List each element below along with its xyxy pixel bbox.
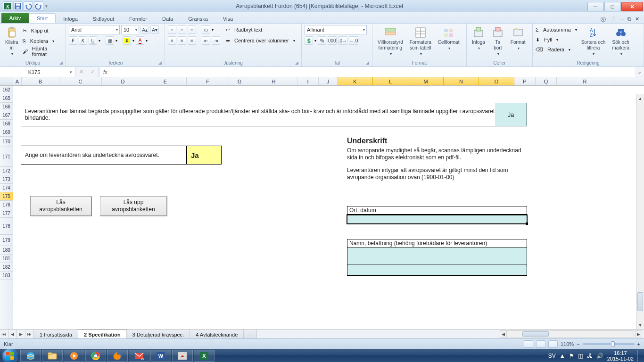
wrap-text-button[interactable]: ↩ Radbryt text bbox=[226, 25, 295, 34]
row-header-181[interactable]: 181 bbox=[0, 255, 13, 263]
tab-visa[interactable]: Visa bbox=[215, 14, 240, 23]
hscroll-left-icon[interactable]: ◀ bbox=[500, 330, 507, 337]
taskbar-firefox-icon[interactable] bbox=[107, 350, 128, 362]
font-name-select[interactable]: Arial▾ bbox=[69, 25, 120, 34]
col-header-M[interactable]: M bbox=[408, 77, 444, 85]
row-header-166[interactable]: 166 bbox=[0, 103, 13, 111]
minimize-button[interactable]: ─ bbox=[587, 2, 603, 11]
merge-center-button[interactable]: ⬌ Centrera över kolumner ▾ bbox=[226, 36, 295, 45]
col-header-D[interactable]: D bbox=[102, 77, 144, 85]
increase-decimal-icon[interactable]: .0→ bbox=[338, 36, 347, 45]
tab-formler[interactable]: Formler bbox=[122, 14, 155, 23]
font-size-select[interactable]: 10▾ bbox=[121, 25, 139, 34]
font-color-icon[interactable]: A bbox=[136, 36, 144, 45]
autosum-button[interactable]: Σ Autosumma ▾ bbox=[536, 25, 577, 34]
row-header-173[interactable]: 173 bbox=[0, 175, 13, 184]
row-header-171[interactable]: 171 bbox=[0, 147, 13, 167]
currency-icon[interactable]: 💲 bbox=[305, 36, 313, 45]
col-header-R[interactable]: R bbox=[557, 77, 613, 85]
tab-nav-prev-icon[interactable]: ◀ bbox=[8, 329, 17, 338]
formula-input[interactable]: fx bbox=[99, 67, 635, 77]
tab-start[interactable]: Start bbox=[29, 13, 56, 23]
redo-icon[interactable] bbox=[34, 1, 43, 11]
fill-handle[interactable] bbox=[526, 222, 528, 225]
vertical-scrollbar[interactable]: ▲ ▼ bbox=[636, 94, 644, 329]
conditional-formatting-button[interactable]: Villkorsstyrd formatering bbox=[375, 25, 405, 58]
decrease-decimal-icon[interactable]: ←.0 bbox=[349, 36, 358, 45]
row-header-179[interactable]: 179 bbox=[0, 235, 13, 246]
save-icon[interactable] bbox=[13, 1, 23, 11]
select-all-corner[interactable] bbox=[0, 77, 13, 85]
tray-show-hidden-icon[interactable]: ▲ bbox=[560, 353, 565, 359]
sign-question-ja-cell[interactable]: Ja bbox=[187, 146, 222, 165]
col-header-G[interactable]: G bbox=[229, 77, 250, 85]
row-header-162[interactable]: 162 bbox=[0, 86, 13, 94]
row-header-169[interactable]: 169 bbox=[0, 128, 13, 137]
copy-button[interactable]: ⎘ Kopiera ▾ bbox=[23, 36, 63, 46]
tab-sidlayout[interactable]: Sidlayout bbox=[85, 14, 122, 23]
enter-formula-icon[interactable]: ✓ bbox=[91, 69, 95, 75]
tab-nav-next-icon[interactable]: ▶ bbox=[17, 329, 25, 338]
col-header-H[interactable]: H bbox=[250, 77, 297, 85]
view-pagelayout-icon[interactable] bbox=[536, 340, 545, 348]
paste-button[interactable]: Klistra in bbox=[3, 25, 21, 58]
excel-app-icon[interactable]: X bbox=[3, 1, 12, 11]
taskbar-word-icon[interactable]: W bbox=[150, 350, 171, 362]
borders-icon[interactable]: ▦ bbox=[106, 36, 114, 45]
new-sheet-button[interactable] bbox=[244, 329, 257, 338]
taskbar-explorer-icon[interactable] bbox=[42, 350, 63, 362]
zoom-level[interactable]: 110% bbox=[561, 341, 574, 347]
view-pagebreak-icon[interactable] bbox=[548, 340, 558, 348]
qat-customize-icon[interactable]: ▾ bbox=[44, 4, 49, 8]
start-button[interactable] bbox=[0, 349, 20, 362]
col-header-P[interactable]: P bbox=[514, 77, 536, 85]
increase-indent-icon[interactable]: ⇥ bbox=[212, 36, 220, 45]
align-center-icon[interactable]: ≡ bbox=[178, 36, 186, 45]
tray-clock[interactable]: 16:172015-11-02 bbox=[607, 350, 634, 362]
tray-volume-icon[interactable]: 🔊 bbox=[596, 353, 603, 359]
align-top-icon[interactable]: ≡ bbox=[168, 25, 176, 34]
view-normal-icon[interactable] bbox=[524, 340, 533, 348]
taskbar-excel-icon[interactable]: X bbox=[194, 350, 215, 362]
cells-grid[interactable]: Leverantören har lämnat begärda prisuppg… bbox=[13, 86, 644, 329]
sort-filter-button[interactable]: AZSortera och filtrera bbox=[579, 25, 608, 58]
help-icon[interactable]: ❔ bbox=[610, 16, 616, 23]
row-header-182[interactable]: 182 bbox=[0, 263, 13, 272]
format-cells-button[interactable]: Format bbox=[508, 25, 528, 53]
unlock-form-button[interactable]: Lås upp avropsblanketten bbox=[100, 196, 167, 216]
number-format-select[interactable]: Allmänt▾ bbox=[305, 25, 367, 34]
namn-input-1[interactable] bbox=[347, 247, 527, 264]
row-header-167[interactable]: 167 bbox=[0, 111, 13, 120]
tray-lang[interactable]: SV bbox=[548, 353, 556, 359]
dialog-launcher-icon[interactable]: ◢ bbox=[366, 60, 369, 65]
find-select-button[interactable]: Sök och markera bbox=[610, 25, 632, 58]
align-left-icon[interactable]: ≡ bbox=[168, 36, 176, 45]
maximize-button[interactable]: □ bbox=[604, 2, 620, 11]
dialog-launcher-icon[interactable]: ◢ bbox=[158, 60, 162, 65]
tray-network-icon[interactable]: 🖧 bbox=[587, 353, 593, 359]
taskbar-ie-icon[interactable] bbox=[20, 350, 41, 362]
row-header-172[interactable]: 172 bbox=[0, 167, 13, 175]
col-header-C[interactable]: C bbox=[59, 77, 102, 85]
tab-infoga[interactable]: Infoga bbox=[56, 14, 85, 23]
grow-font-icon[interactable]: A▴ bbox=[140, 25, 149, 34]
tab-nav-last-icon[interactable]: ⏭ bbox=[25, 329, 34, 338]
row-header-183[interactable]: 183 bbox=[0, 272, 13, 280]
window-restore-icon[interactable]: ⧉ bbox=[627, 16, 631, 23]
bold-button[interactable]: F bbox=[69, 36, 77, 45]
col-header-I[interactable]: I bbox=[297, 77, 319, 85]
row-header-178[interactable]: 178 bbox=[0, 218, 13, 235]
taskbar-acrobat-icon[interactable] bbox=[172, 350, 193, 362]
name-box[interactable]: K175▾ bbox=[0, 67, 75, 77]
zoom-slider[interactable] bbox=[583, 343, 635, 345]
tab-data[interactable]: Data bbox=[155, 14, 181, 23]
zoom-out-icon[interactable]: − bbox=[577, 341, 579, 347]
col-header-Q[interactable]: Q bbox=[536, 77, 557, 85]
horizontal-scrollbar[interactable] bbox=[507, 330, 634, 337]
fill-button[interactable]: ⬇ Fyll ▾ bbox=[536, 35, 577, 44]
expand-formula-bar-icon[interactable]: ⌄ bbox=[635, 67, 644, 77]
clear-button[interactable]: ⌫ Radera ▾ bbox=[536, 45, 577, 54]
insert-cells-button[interactable]: Infoga bbox=[470, 25, 487, 53]
col-header-L[interactable]: L bbox=[373, 77, 408, 85]
zoom-in-icon[interactable]: + bbox=[637, 341, 640, 347]
